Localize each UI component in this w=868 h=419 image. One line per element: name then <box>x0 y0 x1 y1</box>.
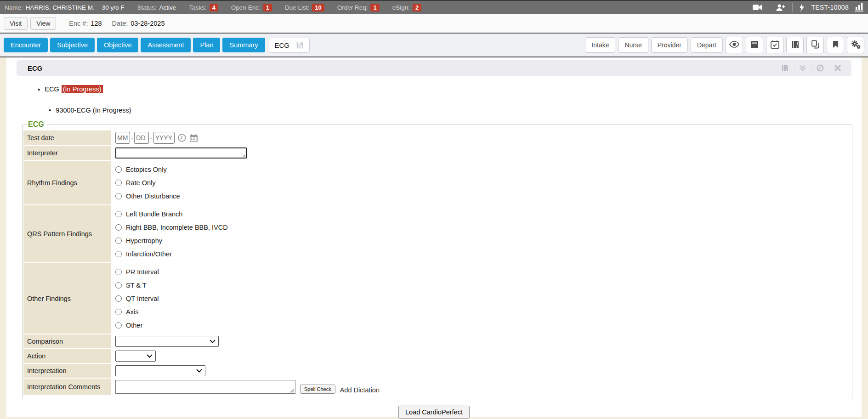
tab-subjective[interactable]: Subjective <box>50 38 95 52</box>
test-date-dd-input[interactable] <box>134 132 149 144</box>
radio-left-bundle-branch[interactable]: Left Bundle Branch <box>115 207 182 221</box>
view-button[interactable]: View <box>30 17 56 30</box>
section-header-tools <box>776 64 846 72</box>
encounter-number: Enc #: 128 <box>69 20 102 27</box>
radio-pr-interval[interactable]: PR Interval <box>115 265 159 278</box>
radio-label: Ectopics Only <box>126 166 167 173</box>
tab-ecg-active[interactable]: ECG <box>269 38 310 53</box>
cancel-ban-icon[interactable] <box>811 64 829 72</box>
bullet: • <box>38 85 40 93</box>
action-select[interactable] <box>115 351 156 362</box>
resize-grip[interactable] <box>242 154 245 157</box>
radio-label: Rate Only <box>126 179 155 187</box>
open-enc-badge[interactable]: 1 <box>263 4 272 11</box>
spell-check-button[interactable]: Spell Check <box>300 385 335 394</box>
time-clock-icon[interactable] <box>178 134 186 142</box>
radio-button[interactable] <box>115 238 122 244</box>
radio-button[interactable] <box>115 269 122 275</box>
chevron-down-icon <box>210 340 216 343</box>
radio-button[interactable] <box>115 251 122 257</box>
due-list-badge[interactable]: 10 <box>312 4 324 11</box>
radio-qt-interval[interactable]: QT Interval <box>115 292 159 305</box>
radio-st-and-t[interactable]: ST & T <box>115 278 147 292</box>
patient-name: HARRIS, CHRISTINE M. <box>26 4 95 11</box>
open-enc-counter[interactable]: Open Enc: 1 <box>231 4 272 11</box>
bookmark-button[interactable] <box>827 37 844 53</box>
order-item-label[interactable]: ECG <box>45 85 59 93</box>
order-item[interactable]: • ECG (In Progress) <box>38 85 862 93</box>
save-icon[interactable] <box>296 41 304 49</box>
depart-button[interactable]: Depart <box>691 37 723 53</box>
radio-rate-only[interactable]: Rate Only <box>115 176 155 189</box>
order-req-badge[interactable]: 1 <box>370 4 379 11</box>
radio-axis[interactable]: Axis <box>115 305 138 318</box>
add-dictation-link[interactable]: Add Dictation <box>340 386 380 394</box>
copy-button[interactable] <box>806 37 824 53</box>
collapse-chevrons-icon[interactable] <box>794 65 811 71</box>
calendar-picker-icon[interactable] <box>189 134 198 142</box>
load-cardioperfect-button[interactable]: Load CardioPerfect <box>398 406 470 419</box>
visit-button[interactable]: Visit <box>4 17 28 30</box>
sub-order-item[interactable]: • 93000-ECG (In Progress) <box>49 106 862 114</box>
interpretation-row: Interpretation <box>23 364 851 378</box>
intake-button[interactable]: Intake <box>585 37 615 53</box>
order-req-counter[interactable]: Order Req: 1 <box>337 4 380 11</box>
radio-button[interactable] <box>115 193 122 199</box>
video-camera-icon[interactable] <box>752 4 762 11</box>
radio-other-disturbance[interactable]: Other Disturbance <box>115 189 180 203</box>
close-icon[interactable] <box>829 65 846 71</box>
schedule-button[interactable] <box>766 37 783 53</box>
add-patient-icon[interactable] <box>776 4 786 11</box>
radio-right-bbb[interactable]: Right BBB, Incomplete BBB, IVCD <box>115 221 228 234</box>
nurse-button[interactable]: Nurse <box>618 37 648 53</box>
page-background: ECG • ECG (In Progress) <box>0 57 868 417</box>
eye-preview-button[interactable] <box>726 37 743 53</box>
radio-button[interactable] <box>115 180 122 186</box>
tasks-badge[interactable]: 4 <box>210 4 218 11</box>
provider-button[interactable]: Provider <box>651 37 688 53</box>
test-date-yyyy-input[interactable] <box>153 132 175 144</box>
bar-chart-icon[interactable] <box>855 3 863 11</box>
interpreter-input[interactable] <box>115 147 247 159</box>
radio-hypertrophy[interactable]: Hypertrophy <box>115 234 162 247</box>
tab-summary[interactable]: Summary <box>222 38 265 52</box>
rhythm-findings-label: Rhythm Findings <box>23 161 111 204</box>
tab-assessment[interactable]: Assessment <box>141 38 191 52</box>
tasks-counter[interactable]: Tasks: 4 <box>189 4 218 11</box>
order-req-label: Order Req: <box>337 4 368 11</box>
bookmark-icon <box>833 40 839 50</box>
radio-button[interactable] <box>115 224 122 231</box>
test-date-mm-input[interactable] <box>115 132 130 144</box>
tasks-label: Tasks: <box>189 4 206 11</box>
radio-other[interactable]: Other <box>115 318 142 332</box>
radio-button[interactable] <box>115 309 122 315</box>
radio-infarction-other[interactable]: Infarction/Other <box>115 247 172 260</box>
book-icon[interactable] <box>776 64 794 72</box>
due-list-counter[interactable]: Due List: 10 <box>285 4 324 11</box>
tab-encounter[interactable]: Encounter <box>4 38 48 52</box>
esign-label: eSign: <box>392 4 410 11</box>
tab-plan[interactable]: Plan <box>193 38 220 52</box>
esign-badge[interactable]: 2 <box>413 4 421 11</box>
radio-button[interactable] <box>115 211 122 217</box>
interpretation-select[interactable] <box>115 365 205 376</box>
resize-grip-icon[interactable] <box>290 388 295 393</box>
radio-button[interactable] <box>115 295 122 302</box>
chart-notes-button[interactable] <box>786 37 804 53</box>
tab-objective[interactable]: Objective <box>97 38 138 52</box>
sub-order-item-label[interactable]: 93000-ECG (In Progress) <box>56 107 131 114</box>
comparison-select[interactable] <box>115 336 219 347</box>
other-findings-label: Other Findings <box>23 263 111 334</box>
encounter-date: Date: 03-28-2025 <box>112 20 165 27</box>
lightning-icon[interactable] <box>799 3 805 12</box>
interpretation-comments-textarea[interactable] <box>115 380 295 394</box>
radio-button[interactable] <box>115 166 122 173</box>
chevron-down-icon <box>196 369 202 373</box>
esign-counter[interactable]: eSign: 2 <box>392 4 422 11</box>
archive-button[interactable] <box>746 37 763 53</box>
settings-button[interactable] <box>847 37 864 53</box>
radio-button[interactable] <box>115 282 122 289</box>
due-list-label: Due List: <box>285 4 309 11</box>
radio-button[interactable] <box>115 322 122 328</box>
radio-ectopics-only[interactable]: Ectopics Only <box>115 163 167 176</box>
